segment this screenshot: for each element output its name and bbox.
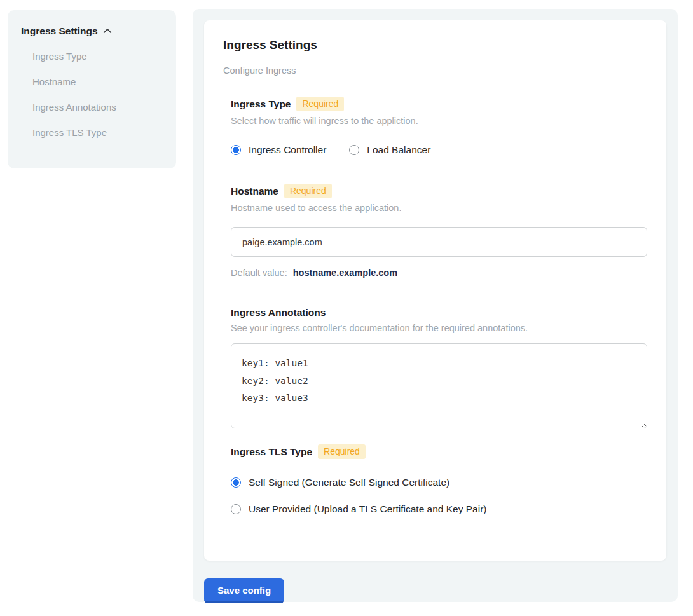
ingress-annotations-textarea[interactable]: key1: value1 key2: value2 key3: value3 <box>231 343 647 428</box>
ingress-annotations-description: See your ingress controller's documentat… <box>231 323 647 333</box>
section-hostname: Hostname Required Hostname used to acces… <box>231 184 647 278</box>
ingress-settings-card: Ingress Settings Configure Ingress Ingre… <box>204 20 666 561</box>
ingress-annotations-label: Ingress Annotations <box>231 307 326 318</box>
section-ingress-tls-type: Ingress TLS Type Required Self Signed (G… <box>231 444 647 515</box>
tls-type-radio-group: Self Signed (Generate Self Signed Certif… <box>231 477 647 515</box>
form-sections: Ingress Type Required Select how traffic… <box>231 97 647 515</box>
sidebar-group-title: Ingress Settings <box>21 25 98 37</box>
radio-label: Ingress Controller <box>249 144 326 156</box>
card-title: Ingress Settings <box>223 38 647 52</box>
radio-option-ingress-controller[interactable]: Ingress Controller <box>231 144 326 156</box>
ingress-type-label: Ingress Type <box>231 99 291 110</box>
sidebar-item-ingress-annotations[interactable]: Ingress Annotations <box>32 102 163 113</box>
load-balancer-radio[interactable] <box>349 145 359 155</box>
required-badge: Required <box>318 444 366 459</box>
sidebar-item-ingress-tls-type[interactable]: Ingress TLS Type <box>32 127 163 138</box>
ingress-type-description: Select how traffic will ingress to the a… <box>231 116 647 126</box>
default-value-label: Default value: <box>231 268 287 278</box>
user-provided-radio[interactable] <box>231 504 241 514</box>
hostname-input[interactable] <box>231 227 647 257</box>
sidebar-group-header[interactable]: Ingress Settings <box>21 25 163 37</box>
settings-panel: Ingress Settings Configure Ingress Ingre… <box>193 9 678 602</box>
ingress-controller-radio[interactable] <box>231 145 241 155</box>
section-ingress-type: Ingress Type Required Select how traffic… <box>231 97 647 156</box>
section-ingress-annotations: Ingress Annotations See your ingress con… <box>231 307 647 431</box>
hostname-label: Hostname <box>231 186 278 197</box>
ingress-tls-type-label: Ingress TLS Type <box>231 446 312 458</box>
radio-option-self-signed[interactable]: Self Signed (Generate Self Signed Certif… <box>231 477 647 488</box>
hostname-description: Hostname used to access the application. <box>231 203 647 213</box>
default-value-text: hostname.example.com <box>293 268 397 278</box>
ingress-type-radio-group: Ingress Controller Load Balancer <box>231 144 647 156</box>
hostname-default-line: Default value: hostname.example.com <box>231 268 647 278</box>
sidebar-item-hostname[interactable]: Hostname <box>32 76 163 87</box>
radio-option-user-provided[interactable]: User Provided (Upload a TLS Certificate … <box>231 503 647 515</box>
self-signed-radio[interactable] <box>231 477 241 488</box>
sidebar-item-list: Ingress Type Hostname Ingress Annotation… <box>21 51 163 138</box>
ingress-settings-sidebar: Ingress Settings Ingress Type Hostname I… <box>8 10 176 168</box>
radio-label: Self Signed (Generate Self Signed Certif… <box>249 477 449 488</box>
required-badge: Required <box>284 184 332 198</box>
radio-label: Load Balancer <box>367 144 430 156</box>
radio-label: User Provided (Upload a TLS Certificate … <box>249 503 486 515</box>
card-subtitle: Configure Ingress <box>223 65 647 76</box>
sidebar-item-ingress-type[interactable]: Ingress Type <box>32 51 163 62</box>
radio-option-load-balancer[interactable]: Load Balancer <box>349 144 430 156</box>
required-badge: Required <box>296 97 344 111</box>
chevron-up-icon <box>103 27 112 36</box>
save-config-button[interactable]: Save config <box>204 578 284 603</box>
